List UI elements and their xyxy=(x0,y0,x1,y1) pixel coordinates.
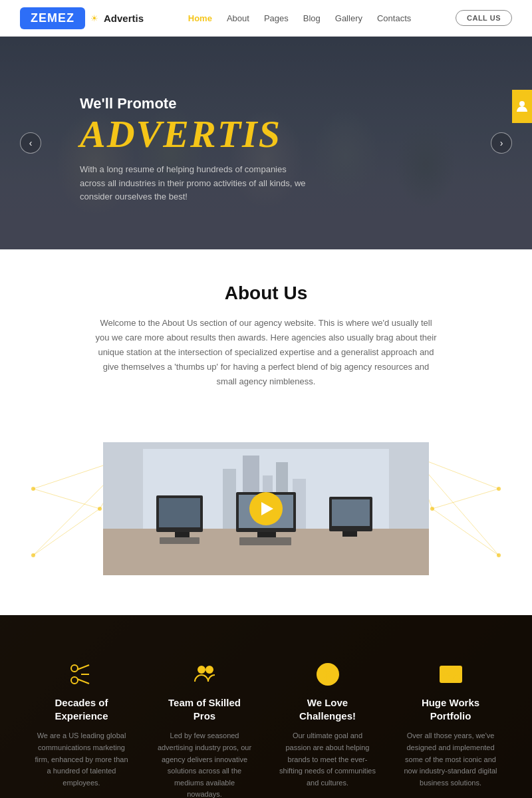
image-icon xyxy=(402,662,499,687)
about-description: Welcome to the About Us section of our a… xyxy=(93,316,439,389)
brand-area: ZEMEZ ☀ Advertis xyxy=(20,7,144,29)
svg-line-10 xyxy=(432,489,499,509)
nav-pages[interactable]: Pages xyxy=(264,13,289,23)
svg-point-41 xyxy=(71,677,78,684)
svg-point-20 xyxy=(497,487,501,491)
chevron-left-icon: ‹ xyxy=(29,138,33,148)
svg-rect-35 xyxy=(257,532,276,537)
svg-point-47 xyxy=(206,666,213,673)
navbar: ZEMEZ ☀ Advertis Home About Pages Blog G… xyxy=(0,0,532,37)
about-title: About Us xyxy=(20,283,512,304)
video-section xyxy=(0,422,532,595)
svg-point-46 xyxy=(198,666,205,673)
feature-experience-desc: We are a US leading global communication… xyxy=(33,730,130,789)
feature-portfolio: Huge WorksPortfolio Over all those years… xyxy=(396,655,505,798)
svg-line-43 xyxy=(77,665,89,670)
feature-experience: Decades ofExperience We are a US leading… xyxy=(27,655,136,798)
svg-point-16 xyxy=(98,507,102,511)
people-icon xyxy=(156,662,253,687)
svg-rect-39 xyxy=(160,537,200,544)
nav-blog[interactable]: Blog xyxy=(303,13,321,23)
dollar-icon: $ xyxy=(279,662,376,687)
nav-home[interactable]: Home xyxy=(188,13,212,23)
feature-challenges: $ We LoveChallenges! Our ultimate goal a… xyxy=(273,655,382,798)
call-us-button[interactable]: CALL US xyxy=(456,10,512,26)
svg-rect-37 xyxy=(332,499,370,526)
svg-rect-32 xyxy=(175,532,190,537)
play-button[interactable] xyxy=(249,492,283,525)
svg-rect-24 xyxy=(223,469,236,529)
hero-section: ‹ We'll Promote ADVERTIS With a long res… xyxy=(0,37,532,249)
svg-text:$: $ xyxy=(323,668,330,681)
chevron-right-icon: › xyxy=(500,138,503,148)
svg-rect-31 xyxy=(159,498,200,527)
feature-team-title: Team of SkilledPros xyxy=(156,696,253,722)
nav-links: Home About Pages Blog Gallery Contacts xyxy=(188,13,412,23)
svg-point-15 xyxy=(31,553,35,557)
feature-experience-title: Decades ofExperience xyxy=(33,696,130,722)
feature-challenges-desc: Our ultimate goal and passion are about … xyxy=(279,730,376,789)
hero-content: We'll Promote ADVERTIS With a long resum… xyxy=(0,82,306,204)
nav-gallery[interactable]: Gallery xyxy=(335,13,362,23)
svg-rect-40 xyxy=(239,537,291,545)
features-section: Decades ofExperience We are a US leading… xyxy=(0,615,532,798)
feature-challenges-title: We LoveChallenges! xyxy=(279,696,376,722)
feature-team: Team of SkilledPros Led by few seasoned … xyxy=(150,655,259,798)
feature-portfolio-desc: Over all those years, we've designed and… xyxy=(402,730,499,789)
hero-prev-button[interactable]: ‹ xyxy=(20,132,41,154)
svg-point-0 xyxy=(519,101,525,106)
site-name: Advertis xyxy=(104,13,144,24)
svg-line-3 xyxy=(33,509,100,555)
nav-about[interactable]: About xyxy=(227,13,249,23)
page-wrapper: ZEMEZ ☀ Advertis Home About Pages Blog G… xyxy=(0,0,532,798)
svg-line-9 xyxy=(432,509,499,555)
features-grid: Decades ofExperience We are a US leading… xyxy=(27,655,505,798)
svg-point-42 xyxy=(71,665,78,672)
feature-team-desc: Led by few seasoned advertising industry… xyxy=(156,730,253,798)
hero-title: ADVERTIS xyxy=(80,115,306,154)
video-thumbnail[interactable] xyxy=(103,442,429,575)
svg-line-44 xyxy=(77,679,89,684)
svg-point-14 xyxy=(31,487,35,491)
hero-subtitle: We'll Promote xyxy=(80,95,306,112)
scissors-icon xyxy=(33,662,130,687)
feature-portfolio-title: Huge WorksPortfolio xyxy=(402,696,499,722)
svg-rect-38 xyxy=(342,531,357,537)
hero-description: With a long resume of helping hundreds o… xyxy=(80,163,306,204)
user-icon xyxy=(512,90,532,123)
video-image xyxy=(103,442,429,575)
zemez-logo[interactable]: ZEMEZ xyxy=(20,7,85,29)
sun-icon: ☀ xyxy=(90,13,98,23)
svg-point-19 xyxy=(430,507,434,511)
svg-point-21 xyxy=(497,553,501,557)
hero-next-button[interactable]: › xyxy=(491,132,512,154)
nav-contacts[interactable]: Contacts xyxy=(377,13,411,23)
about-section: About Us Welcome to the About Us section… xyxy=(0,249,532,402)
